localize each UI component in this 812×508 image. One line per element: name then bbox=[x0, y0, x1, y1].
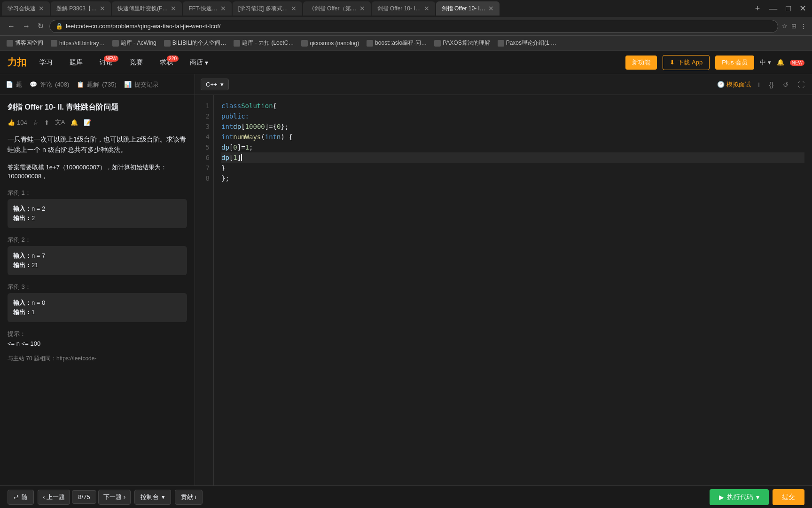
fullscreen-button[interactable]: ⛶ bbox=[796, 79, 806, 90]
tab-close-icon[interactable]: ✕ bbox=[359, 5, 365, 12]
bookmark-bk9[interactable]: Paxos理论介绍(1:… bbox=[495, 38, 559, 48]
code-line-4[interactable]: int numWays(int n) { bbox=[221, 132, 804, 142]
shop-chevron-icon: ▾ bbox=[205, 59, 208, 66]
reload-button[interactable]: ↻ bbox=[36, 20, 46, 32]
new-badge-icon[interactable]: NEW bbox=[790, 59, 804, 66]
like-button[interactable]: 👍 104 bbox=[8, 119, 27, 126]
browser-tab-t4[interactable]: FFT·快速…✕ bbox=[183, 1, 231, 16]
braces-button[interactable]: {} bbox=[767, 79, 775, 90]
tab-close-icon[interactable]: ✕ bbox=[100, 5, 105, 12]
contribute-button[interactable]: 贡献 i bbox=[175, 490, 203, 505]
minimize-button[interactable]: — bbox=[765, 4, 781, 14]
tab-solutions[interactable]: 📋 题解 (735) bbox=[77, 79, 116, 91]
note-icon: 📝 bbox=[84, 119, 91, 126]
share-button[interactable]: ⬆ bbox=[44, 119, 49, 126]
run-code-button[interactable]: ▶ 执行代码 ▾ bbox=[710, 489, 769, 505]
lang-chevron-icon: ▾ bbox=[768, 59, 771, 66]
lang-selector[interactable]: 中 ▾ bbox=[760, 58, 771, 67]
run-chevron-icon: ▾ bbox=[756, 493, 759, 501]
simulate-interview-button[interactable]: 🕐 模拟面试 bbox=[717, 80, 751, 89]
notifications-icon[interactable]: 🔔 bbox=[777, 59, 784, 66]
bell-button[interactable]: 🔔 bbox=[70, 119, 78, 126]
tab-comments[interactable]: 💬 评论 (408) bbox=[30, 79, 69, 91]
constraints-label: 提示： bbox=[8, 330, 187, 338]
bookmark-bk6[interactable]: qicosmos (nanolog) bbox=[298, 38, 362, 48]
plus-button[interactable]: Plus 会员 bbox=[715, 56, 754, 70]
back-button[interactable]: ← bbox=[6, 20, 17, 32]
browser-tab-t7[interactable]: 剑指 Offer 10- I…✕ bbox=[372, 1, 435, 16]
lc-logo[interactable]: 力扣 bbox=[8, 56, 26, 69]
bookmark-bk3[interactable]: 题库 - AcWing bbox=[109, 38, 159, 48]
tab-close-icon[interactable]: ✕ bbox=[220, 5, 226, 12]
browser-tab-t1[interactable]: 学习会快速✕ bbox=[2, 1, 50, 16]
tab-close-icon[interactable]: ✕ bbox=[424, 5, 429, 12]
bookmark-bk5[interactable]: 题库 - 力扣 (LeetC… bbox=[231, 38, 297, 48]
bookmark-bk1[interactable]: 博客园空间 bbox=[4, 38, 46, 48]
nav-item-shop[interactable]: 商店 ▾ bbox=[186, 56, 212, 69]
tab-close-icon[interactable]: ✕ bbox=[291, 5, 297, 12]
code-line-8[interactable]: }; bbox=[221, 173, 804, 183]
shuffle-icon: ⇄ bbox=[14, 493, 19, 500]
bookmark-bk8[interactable]: PAXOS算法的理解 bbox=[431, 38, 492, 48]
tab-close-icon[interactable]: ✕ bbox=[488, 5, 494, 12]
shuffle-button[interactable]: ⇄ 随 bbox=[8, 490, 34, 505]
bottom-bar: ⇄ 随 ‹ 上一题 8/75 下一题 › 控制台 ▾ 贡献 i ▶ 执行代码 ▾… bbox=[0, 485, 812, 508]
left-panel: 📄 题 💬 评论 (408) 📋 题解 (735) 📊 提交记录 bbox=[0, 74, 195, 485]
browser-tab-t5[interactable]: [学习笔记] 多项式…✕ bbox=[233, 1, 302, 16]
tab-close-icon[interactable]: ✕ bbox=[171, 5, 176, 12]
nav-item-jobs[interactable]: 求职 220 bbox=[156, 56, 177, 69]
example-output-2: 输出：1 bbox=[13, 308, 181, 317]
tab-problem[interactable]: 📄 题 bbox=[6, 79, 22, 91]
nav-item-contest[interactable]: 竞赛 bbox=[126, 56, 147, 69]
nav-right: 新功能 ⬇ 下载 App Plus 会员 中 ▾ 🔔 NEW bbox=[625, 55, 804, 70]
right-panel: C++ ▾ 🕐 模拟面试 i {} ↺ ⛶ 12345678 class S bbox=[195, 74, 812, 485]
settings-icon[interactable]: ⋮ bbox=[800, 23, 806, 30]
comments-icon: 💬 bbox=[30, 81, 37, 88]
submit-button[interactable]: 提交 bbox=[773, 489, 804, 505]
code-line-5[interactable]: dp[0] = 1; bbox=[221, 142, 804, 152]
related-section: 与主站 70 题相同：https://leetcode- bbox=[8, 355, 187, 363]
prev-problem-button[interactable]: ‹ 上一题 bbox=[38, 490, 70, 505]
browser-tab-t3[interactable]: 快速傅里叶变换(F…✕ bbox=[112, 1, 182, 16]
download-button[interactable]: ⬇ 下载 App bbox=[663, 55, 710, 70]
star-button[interactable]: ☆ bbox=[33, 119, 39, 126]
nav-item-problems[interactable]: 题库 bbox=[66, 56, 86, 69]
close-window-button[interactable]: ✕ bbox=[796, 3, 810, 14]
browser-tab-t2[interactable]: 题解 P3803【…✕ bbox=[51, 1, 111, 16]
bookmark-bk7[interactable]: boost::asio编程-问… bbox=[364, 38, 429, 48]
bookmark-bk4[interactable]: BILIBILI的个人空间… bbox=[161, 38, 229, 48]
bookmark-star-icon[interactable]: ☆ bbox=[782, 23, 788, 30]
clock-icon: 🕐 bbox=[717, 81, 725, 88]
tab-close-icon[interactable]: ✕ bbox=[39, 5, 44, 12]
tab-submissions[interactable]: 📊 提交记录 bbox=[124, 79, 159, 91]
browser-tab-t8[interactable]: 剑指 Offer 10- I…✕ bbox=[436, 1, 500, 16]
maximize-button[interactable]: □ bbox=[782, 4, 795, 14]
note-button[interactable]: 📝 bbox=[84, 119, 91, 126]
language-selector[interactable]: C++ ▾ bbox=[201, 79, 229, 90]
console-button[interactable]: 控制台 ▾ bbox=[134, 490, 171, 505]
info-button[interactable]: i bbox=[757, 79, 762, 90]
new-func-button[interactable]: 新功能 bbox=[625, 56, 657, 70]
play-icon: ▶ bbox=[719, 493, 724, 501]
code-area[interactable]: class Solution {public: int dp[10000] = … bbox=[214, 95, 812, 485]
code-line-3[interactable]: int dp[10000] = {0}; bbox=[221, 121, 804, 132]
translate-button[interactable]: 文A bbox=[55, 118, 65, 127]
new-tab-button[interactable]: + bbox=[751, 2, 764, 15]
code-line-7[interactable]: } bbox=[221, 163, 804, 173]
nav-item-discuss[interactable]: 讨论 NEW bbox=[96, 56, 117, 69]
code-editor: 12345678 class Solution {public: int dp[… bbox=[195, 95, 812, 485]
next-problem-button[interactable]: 下一题 › bbox=[98, 490, 131, 505]
code-line-2[interactable]: public: bbox=[221, 111, 804, 121]
address-input[interactable]: 🔒 leetcode-cn.com/problems/qing-wa-tiao-… bbox=[49, 20, 778, 33]
bookmark-bk2[interactable]: https://dl.bintray… bbox=[48, 38, 108, 48]
code-line-1[interactable]: class Solution { bbox=[221, 101, 804, 111]
example-2: 示例 3： 输入：n = 0 输出：1 bbox=[8, 283, 187, 322]
browser-tab-t6[interactable]: 《剑指 Offer（第…✕ bbox=[303, 1, 371, 16]
forward-button[interactable]: → bbox=[21, 20, 32, 32]
nav-item-learn[interactable]: 学习 bbox=[36, 56, 56, 69]
extension-icon[interactable]: ⊞ bbox=[791, 23, 796, 30]
example-1: 示例 2： 输入：n = 7 输出：21 bbox=[8, 236, 187, 275]
refresh-button[interactable]: ↺ bbox=[781, 79, 790, 90]
bookmark-favicon bbox=[434, 40, 441, 47]
code-line-6[interactable]: dp[1] bbox=[221, 152, 804, 163]
